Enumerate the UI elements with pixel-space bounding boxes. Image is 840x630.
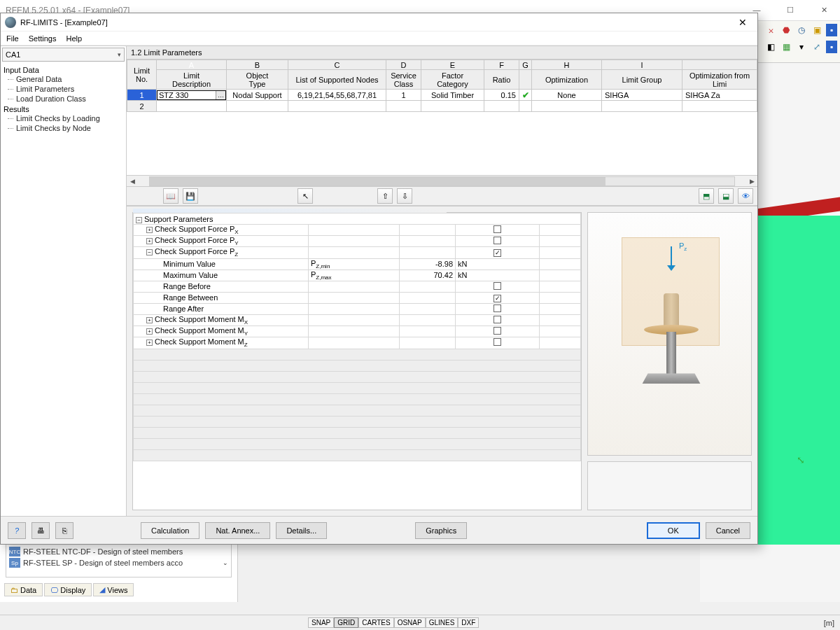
tree-general-data[interactable]: General Data xyxy=(4,74,123,84)
col-letter[interactable] xyxy=(682,60,757,70)
maximize-icon[interactable]: ☐ xyxy=(780,6,801,15)
graphics-button[interactable]: Graphics xyxy=(415,522,467,539)
tree-checks-node[interactable]: Limit Checks by Node xyxy=(4,123,123,133)
col-header[interactable]: Limit Group xyxy=(602,70,682,90)
menu-file[interactable]: File xyxy=(6,34,19,43)
checkbox-mz[interactable] xyxy=(493,338,501,346)
tab-display[interactable]: 🖵Display xyxy=(44,583,92,596)
excel-import-button[interactable]: ⬓ xyxy=(718,188,734,204)
checkbox-range-after[interactable] xyxy=(493,304,501,312)
sort-desc-button[interactable]: ⇩ xyxy=(397,188,412,204)
excel-export-button[interactable]: ⬒ xyxy=(699,188,714,204)
scrollbar-thumb[interactable] xyxy=(150,177,606,186)
expand-icon[interactable]: + xyxy=(146,227,153,233)
col-letter[interactable]: G xyxy=(519,60,532,70)
min-value-input[interactable]: -8.98 xyxy=(400,258,456,270)
toolbar-icon[interactable]: ⬣ xyxy=(780,24,792,36)
col-header[interactable]: Service Class xyxy=(386,70,421,90)
collapse-icon[interactable]: − xyxy=(146,249,153,255)
col-letter[interactable]: F xyxy=(484,60,519,70)
scroll-left-icon[interactable]: ◀ xyxy=(127,178,138,185)
limit-grid[interactable]: Limit No. A B C D E F G H I xyxy=(127,59,757,175)
col-header[interactable]: Optimization from Limi xyxy=(682,70,757,90)
status-cartes[interactable]: CARTES xyxy=(358,617,393,628)
col-header[interactable]: Limit Description xyxy=(157,70,227,90)
status-snap[interactable]: SNAP xyxy=(308,617,334,628)
menu-settings[interactable]: Settings xyxy=(29,34,57,43)
table-row[interactable]: 1 STZ 330… Nodal Support 6,19,21,54,55,6… xyxy=(127,90,757,101)
table-row[interactable]: 2 xyxy=(127,101,757,112)
grid-hscroll[interactable]: ◀ ▶ xyxy=(127,175,757,186)
sort-asc-button[interactable]: ⇧ xyxy=(377,188,393,204)
toolbar-icon[interactable]: ⨉ xyxy=(764,24,777,36)
toolbar-icon[interactable]: ⤢ xyxy=(811,41,823,53)
calculation-button[interactable]: Calculation xyxy=(141,522,200,539)
tab-data[interactable]: 🗀Data xyxy=(4,583,43,596)
limit-description-input[interactable]: STZ 330… xyxy=(157,90,226,100)
ellipsis-button[interactable]: … xyxy=(216,91,225,99)
toolbar-icon[interactable]: ▦ xyxy=(780,41,792,53)
checkbox-px[interactable] xyxy=(493,225,501,233)
comment-box[interactable] xyxy=(587,461,752,510)
col-letter[interactable]: D xyxy=(386,60,421,70)
details-button[interactable]: Details... xyxy=(276,522,327,539)
expand-icon[interactable]: + xyxy=(146,328,153,335)
status-grid[interactable]: GRID xyxy=(334,617,358,628)
row-number[interactable]: 1 xyxy=(127,90,157,101)
scroll-right-icon[interactable]: ▶ xyxy=(746,178,757,185)
tree-load-duration[interactable]: Load Duration Class xyxy=(4,94,123,104)
menu-help[interactable]: Help xyxy=(66,34,82,43)
col-letter[interactable]: C xyxy=(288,60,386,70)
dialog-titlebar[interactable]: RF-LIMITS - [Example07] ✕ xyxy=(1,13,757,31)
col-letter[interactable]: E xyxy=(421,60,484,70)
library-button[interactable]: 📖 xyxy=(163,188,178,204)
expand-icon[interactable]: + xyxy=(146,317,153,323)
help-button[interactable]: ? xyxy=(8,522,26,539)
toolbar-icon[interactable]: ▪ xyxy=(826,24,837,36)
checkbox-py[interactable] xyxy=(493,237,501,244)
tree-limit-parameters[interactable]: Limit Parameters xyxy=(4,84,123,94)
dialog-close-icon[interactable]: ✕ xyxy=(732,17,753,28)
checkbox-range-before[interactable] xyxy=(493,282,501,290)
tab-views[interactable]: ◢Views xyxy=(93,583,134,596)
col-no[interactable]: Limit No. xyxy=(127,60,157,90)
expand-icon[interactable]: + xyxy=(146,340,153,346)
ok-button[interactable]: OK xyxy=(647,522,700,539)
col-header[interactable]: Optimization xyxy=(532,70,602,90)
close-icon[interactable]: ✕ xyxy=(813,6,834,15)
toolbar-icon[interactable]: ▪ xyxy=(826,41,837,53)
view-toggle-button[interactable]: 👁 xyxy=(738,188,753,204)
case-combo[interactable]: CA1 ▾ xyxy=(2,48,125,62)
toolbar-icon[interactable]: ◧ xyxy=(764,41,777,53)
col-header[interactable]: Ratio xyxy=(484,70,519,90)
expand-icon[interactable]: + xyxy=(146,238,153,244)
col-header[interactable]: Factor Category xyxy=(421,70,484,90)
checkbox-my[interactable] xyxy=(493,327,501,335)
cancel-button[interactable]: Cancel xyxy=(706,522,750,539)
toolbar-icon[interactable]: ▾ xyxy=(795,41,808,53)
pick-button[interactable]: ↖ xyxy=(298,188,313,204)
col-header[interactable]: List of Supported Nodes xyxy=(288,70,386,90)
checkbox-range-between[interactable]: ✓ xyxy=(493,295,501,302)
tree-checks-loading[interactable]: Limit Checks by Loading xyxy=(4,113,123,123)
checkbox-pz[interactable]: ✓ xyxy=(493,249,501,257)
toolbar-icon[interactable]: ◷ xyxy=(795,24,808,36)
nat-annex-button[interactable]: Nat. Annex... xyxy=(205,522,270,539)
export-button[interactable]: ⎘ xyxy=(55,522,74,539)
col-letter[interactable]: H xyxy=(532,60,602,70)
save-button[interactable]: 💾 xyxy=(183,188,198,204)
max-value-input[interactable]: 70.42 xyxy=(400,270,456,281)
collapse-icon[interactable]: − xyxy=(136,217,142,223)
print-button[interactable]: 🖶 xyxy=(31,522,50,539)
toolbar-icon[interactable]: ▣ xyxy=(811,24,823,36)
status-osnap[interactable]: OSNAP xyxy=(394,617,426,628)
nav-tree[interactable]: Input Data General Data Limit Parameters… xyxy=(1,63,126,516)
row-number[interactable]: 2 xyxy=(127,101,157,112)
col-letter[interactable]: B xyxy=(227,60,288,70)
status-glines[interactable]: GLINES xyxy=(426,617,458,628)
status-dxf[interactable]: DXF xyxy=(458,617,479,628)
col-header[interactable]: Object Type xyxy=(227,70,288,90)
col-header[interactable] xyxy=(519,70,532,90)
col-letter[interactable]: I xyxy=(602,60,682,70)
checkbox-mx[interactable] xyxy=(493,316,501,323)
